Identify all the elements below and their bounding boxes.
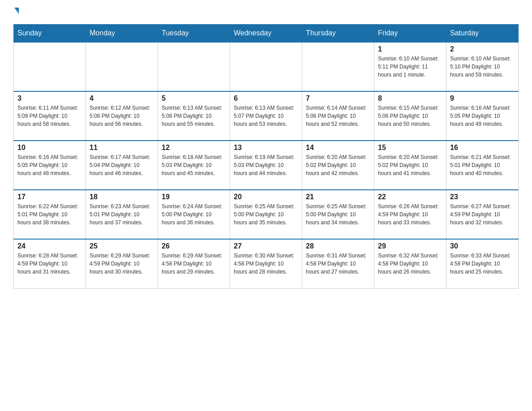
day-number: 25 bbox=[90, 242, 154, 250]
day-info: Sunrise: 6:20 AM Sunset: 5:02 PM Dayligh… bbox=[378, 153, 442, 177]
page-header bbox=[13, 9, 519, 15]
calendar-week-row: 10Sunrise: 6:16 AM Sunset: 5:05 PM Dayli… bbox=[14, 141, 519, 190]
day-info: Sunrise: 6:31 AM Sunset: 4:58 PM Dayligh… bbox=[306, 252, 370, 276]
calendar-week-row: 3Sunrise: 6:11 AM Sunset: 5:09 PM Daylig… bbox=[14, 91, 519, 141]
day-info: Sunrise: 6:13 AM Sunset: 5:08 PM Dayligh… bbox=[162, 104, 226, 128]
day-info: Sunrise: 6:14 AM Sunset: 5:06 PM Dayligh… bbox=[306, 104, 370, 128]
day-info: Sunrise: 6:20 AM Sunset: 5:02 PM Dayligh… bbox=[306, 153, 370, 177]
day-info: Sunrise: 6:26 AM Sunset: 4:59 PM Dayligh… bbox=[378, 202, 442, 227]
day-number: 15 bbox=[378, 144, 442, 152]
calendar-cell: 28Sunrise: 6:31 AM Sunset: 4:58 PM Dayli… bbox=[302, 239, 374, 288]
calendar-cell: 26Sunrise: 6:29 AM Sunset: 4:58 PM Dayli… bbox=[158, 239, 230, 288]
calendar-cell: 6Sunrise: 6:13 AM Sunset: 5:07 PM Daylig… bbox=[230, 91, 302, 141]
logo bbox=[13, 9, 26, 15]
day-number: 4 bbox=[90, 94, 154, 103]
calendar-cell: 20Sunrise: 6:25 AM Sunset: 5:00 PM Dayli… bbox=[230, 190, 302, 239]
calendar-cell: 21Sunrise: 6:25 AM Sunset: 5:00 PM Dayli… bbox=[302, 190, 374, 239]
day-number: 30 bbox=[450, 242, 515, 250]
day-number: 14 bbox=[306, 144, 370, 152]
calendar-cell: 19Sunrise: 6:24 AM Sunset: 5:00 PM Dayli… bbox=[158, 190, 230, 239]
calendar-cell: 16Sunrise: 6:21 AM Sunset: 5:01 PM Dayli… bbox=[446, 141, 519, 190]
day-info: Sunrise: 6:24 AM Sunset: 5:00 PM Dayligh… bbox=[162, 202, 226, 227]
calendar-cell: 27Sunrise: 6:30 AM Sunset: 4:58 PM Dayli… bbox=[230, 239, 302, 288]
day-info: Sunrise: 6:16 AM Sunset: 5:05 PM Dayligh… bbox=[450, 104, 515, 128]
day-number: 3 bbox=[17, 94, 82, 103]
day-info: Sunrise: 6:32 AM Sunset: 4:58 PM Dayligh… bbox=[378, 252, 442, 276]
day-number: 20 bbox=[234, 193, 298, 201]
day-info: Sunrise: 6:28 AM Sunset: 4:59 PM Dayligh… bbox=[17, 252, 82, 276]
calendar-cell: 2Sunrise: 6:10 AM Sunset: 5:10 PM Daylig… bbox=[446, 42, 519, 91]
calendar-cell: 3Sunrise: 6:11 AM Sunset: 5:09 PM Daylig… bbox=[14, 91, 86, 141]
calendar-cell: 29Sunrise: 6:32 AM Sunset: 4:58 PM Dayli… bbox=[374, 239, 446, 288]
calendar-cell bbox=[158, 42, 230, 91]
calendar-cell: 14Sunrise: 6:20 AM Sunset: 5:02 PM Dayli… bbox=[302, 141, 374, 190]
calendar-cell: 10Sunrise: 6:16 AM Sunset: 5:05 PM Dayli… bbox=[14, 141, 86, 190]
day-number: 7 bbox=[306, 94, 370, 103]
day-info: Sunrise: 6:10 AM Sunset: 5:10 PM Dayligh… bbox=[450, 55, 515, 79]
calendar-table: SundayMondayTuesdayWednesdayThursdayFrid… bbox=[13, 24, 519, 289]
day-info: Sunrise: 6:30 AM Sunset: 4:58 PM Dayligh… bbox=[234, 252, 298, 276]
day-info: Sunrise: 6:33 AM Sunset: 4:58 PM Dayligh… bbox=[450, 252, 515, 276]
calendar-cell: 22Sunrise: 6:26 AM Sunset: 4:59 PM Dayli… bbox=[374, 190, 446, 239]
calendar-week-row: 1Sunrise: 6:10 AM Sunset: 5:11 PM Daylig… bbox=[14, 42, 519, 91]
weekday-header-tuesday: Tuesday bbox=[158, 25, 230, 43]
day-number: 26 bbox=[162, 242, 226, 250]
day-info: Sunrise: 6:25 AM Sunset: 5:00 PM Dayligh… bbox=[234, 202, 298, 227]
day-info: Sunrise: 6:27 AM Sunset: 4:59 PM Dayligh… bbox=[450, 202, 515, 227]
weekday-header-thursday: Thursday bbox=[302, 25, 374, 43]
day-number: 28 bbox=[306, 242, 370, 250]
calendar-cell: 18Sunrise: 6:23 AM Sunset: 5:01 PM Dayli… bbox=[86, 190, 158, 239]
weekday-header-sunday: Sunday bbox=[14, 25, 86, 43]
day-number: 11 bbox=[90, 144, 154, 152]
weekday-header-row: SundayMondayTuesdayWednesdayThursdayFrid… bbox=[14, 25, 519, 43]
day-info: Sunrise: 6:29 AM Sunset: 4:59 PM Dayligh… bbox=[90, 252, 154, 276]
day-number: 6 bbox=[234, 94, 298, 103]
calendar-cell: 9Sunrise: 6:16 AM Sunset: 5:05 PM Daylig… bbox=[446, 91, 519, 141]
day-info: Sunrise: 6:22 AM Sunset: 5:01 PM Dayligh… bbox=[17, 202, 82, 227]
calendar-cell: 25Sunrise: 6:29 AM Sunset: 4:59 PM Dayli… bbox=[86, 239, 158, 288]
day-number: 27 bbox=[234, 242, 298, 250]
weekday-header-wednesday: Wednesday bbox=[230, 25, 302, 43]
day-number: 23 bbox=[450, 193, 515, 201]
day-number: 1 bbox=[378, 45, 442, 53]
weekday-header-saturday: Saturday bbox=[446, 25, 519, 43]
calendar-cell: 7Sunrise: 6:14 AM Sunset: 5:06 PM Daylig… bbox=[302, 91, 374, 141]
calendar-cell: 4Sunrise: 6:12 AM Sunset: 5:08 PM Daylig… bbox=[86, 91, 158, 141]
day-info: Sunrise: 6:16 AM Sunset: 5:05 PM Dayligh… bbox=[17, 153, 82, 177]
day-info: Sunrise: 6:23 AM Sunset: 5:01 PM Dayligh… bbox=[90, 202, 154, 227]
day-number: 21 bbox=[306, 193, 370, 201]
day-info: Sunrise: 6:21 AM Sunset: 5:01 PM Dayligh… bbox=[450, 153, 515, 177]
day-number: 22 bbox=[378, 193, 442, 201]
day-info: Sunrise: 6:18 AM Sunset: 5:03 PM Dayligh… bbox=[162, 153, 226, 177]
calendar-cell: 8Sunrise: 6:15 AM Sunset: 5:06 PM Daylig… bbox=[374, 91, 446, 141]
calendar-week-row: 17Sunrise: 6:22 AM Sunset: 5:01 PM Dayli… bbox=[14, 190, 519, 239]
calendar-cell bbox=[14, 42, 86, 91]
day-number: 16 bbox=[450, 144, 515, 152]
day-info: Sunrise: 6:12 AM Sunset: 5:08 PM Dayligh… bbox=[90, 104, 154, 128]
calendar-cell: 13Sunrise: 6:19 AM Sunset: 5:03 PM Dayli… bbox=[230, 141, 302, 190]
day-info: Sunrise: 6:25 AM Sunset: 5:00 PM Dayligh… bbox=[306, 202, 370, 227]
day-info: Sunrise: 6:15 AM Sunset: 5:06 PM Dayligh… bbox=[378, 104, 442, 128]
weekday-header-monday: Monday bbox=[86, 25, 158, 43]
weekday-header-friday: Friday bbox=[374, 25, 446, 43]
day-number: 18 bbox=[90, 193, 154, 201]
day-info: Sunrise: 6:19 AM Sunset: 5:03 PM Dayligh… bbox=[234, 153, 298, 177]
day-number: 5 bbox=[162, 94, 226, 103]
calendar-week-row: 24Sunrise: 6:28 AM Sunset: 4:59 PM Dayli… bbox=[14, 239, 519, 288]
calendar-cell: 11Sunrise: 6:17 AM Sunset: 5:04 PM Dayli… bbox=[86, 141, 158, 190]
day-number: 17 bbox=[17, 193, 82, 201]
calendar-cell: 24Sunrise: 6:28 AM Sunset: 4:59 PM Dayli… bbox=[14, 239, 86, 288]
day-number: 2 bbox=[450, 45, 515, 53]
day-info: Sunrise: 6:11 AM Sunset: 5:09 PM Dayligh… bbox=[17, 104, 82, 128]
calendar-cell: 5Sunrise: 6:13 AM Sunset: 5:08 PM Daylig… bbox=[158, 91, 230, 141]
calendar-cell: 12Sunrise: 6:18 AM Sunset: 5:03 PM Dayli… bbox=[158, 141, 230, 190]
day-number: 10 bbox=[17, 144, 82, 152]
calendar-cell: 17Sunrise: 6:22 AM Sunset: 5:01 PM Dayli… bbox=[14, 190, 86, 239]
day-number: 9 bbox=[450, 94, 515, 103]
day-number: 8 bbox=[378, 94, 442, 103]
day-info: Sunrise: 6:13 AM Sunset: 5:07 PM Dayligh… bbox=[234, 104, 298, 128]
day-number: 13 bbox=[234, 144, 298, 152]
calendar-cell: 23Sunrise: 6:27 AM Sunset: 4:59 PM Dayli… bbox=[446, 190, 519, 239]
calendar-cell: 1Sunrise: 6:10 AM Sunset: 5:11 PM Daylig… bbox=[374, 42, 446, 91]
day-number: 19 bbox=[162, 193, 226, 201]
